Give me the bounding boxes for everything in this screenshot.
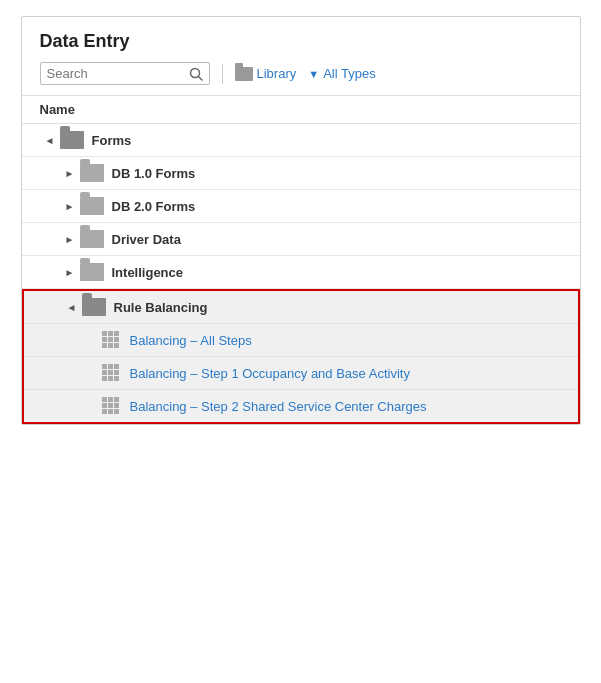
- library-link[interactable]: Library: [235, 66, 297, 81]
- search-icon: [189, 67, 203, 81]
- expand-icon: ►: [62, 264, 78, 280]
- search-input[interactable]: [47, 66, 187, 81]
- tree-row[interactable]: ► Intelligence: [22, 256, 580, 289]
- toolbar-divider: [222, 64, 223, 84]
- all-types-link[interactable]: ▼ All Types: [308, 66, 375, 81]
- folder-icon: [80, 263, 104, 281]
- folder-icon: [80, 164, 104, 182]
- search-box: [40, 62, 210, 85]
- tree-row[interactable]: ► Balancing – Step 2 Shared Service Cent…: [24, 390, 578, 422]
- row-label-link[interactable]: Balancing – All Steps: [130, 333, 252, 348]
- tree-row[interactable]: ► Balancing – All Steps: [24, 324, 578, 357]
- tree-row[interactable]: ► Driver Data: [22, 223, 580, 256]
- highlighted-section: ◄ Rule Balancing ► Balancing – All Steps…: [22, 289, 580, 424]
- column-header-name: Name: [22, 96, 580, 124]
- grid-icon: [102, 364, 122, 382]
- grid-icon: [102, 331, 122, 349]
- row-label: Driver Data: [112, 232, 181, 247]
- tree-row[interactable]: ◄ Rule Balancing: [24, 291, 578, 324]
- svg-line-1: [198, 76, 202, 80]
- row-label-link[interactable]: Balancing – Step 2 Shared Service Center…: [130, 399, 427, 414]
- tree-row[interactable]: ◄ Forms: [22, 124, 580, 157]
- folder-icon: [80, 230, 104, 248]
- row-label: DB 1.0 Forms: [112, 166, 196, 181]
- panel-header: Data Entry Library ▼ All Types: [22, 17, 580, 96]
- row-label: Rule Balancing: [114, 300, 208, 315]
- filter-icon: ▼: [308, 68, 319, 80]
- grid-icon: [102, 397, 122, 415]
- page-title: Data Entry: [40, 31, 562, 52]
- library-folder-icon: [235, 67, 253, 81]
- row-label-link[interactable]: Balancing – Step 1 Occupancy and Base Ac…: [130, 366, 410, 381]
- main-panel: Data Entry Library ▼ All Types: [21, 16, 581, 425]
- tree-row[interactable]: ► DB 2.0 Forms: [22, 190, 580, 223]
- expand-icon: ◄: [64, 299, 80, 315]
- row-label: DB 2.0 Forms: [112, 199, 196, 214]
- folder-icon: [80, 197, 104, 215]
- expand-icon: ◄: [42, 132, 58, 148]
- row-label: Intelligence: [112, 265, 184, 280]
- library-label: Library: [257, 66, 297, 81]
- search-button[interactable]: [187, 67, 205, 81]
- row-label: Forms: [92, 133, 132, 148]
- tree-row[interactable]: ► DB 1.0 Forms: [22, 157, 580, 190]
- toolbar: Library ▼ All Types: [40, 62, 562, 85]
- folder-icon: [60, 131, 84, 149]
- folder-icon: [82, 298, 106, 316]
- expand-icon: ►: [62, 198, 78, 214]
- all-types-label: All Types: [323, 66, 376, 81]
- tree-row[interactable]: ► Balancing – Step 1 Occupancy and Base …: [24, 357, 578, 390]
- expand-icon: ►: [62, 231, 78, 247]
- expand-icon: ►: [62, 165, 78, 181]
